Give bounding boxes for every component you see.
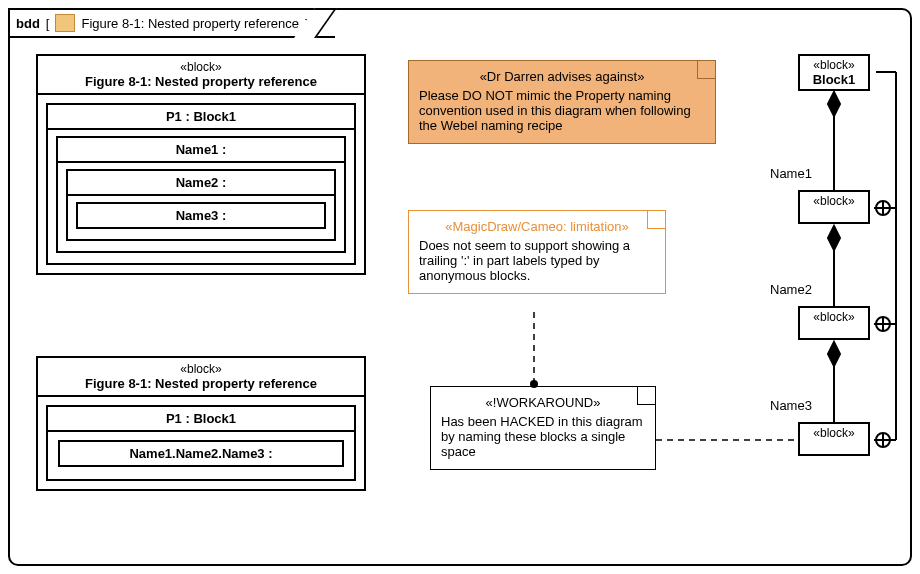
part-p1b-label: P1 : Block1 xyxy=(48,407,354,432)
package-icon xyxy=(55,14,75,32)
stereo: «block» xyxy=(806,58,862,72)
stereo: «block» xyxy=(44,362,358,376)
note-fold-icon xyxy=(637,387,655,405)
part-p1: P1 : Block1 Name1 : Name2 : Name3 : xyxy=(46,103,356,265)
note-workaround: «!WORKAROUND» Has been HACKED in this di… xyxy=(430,386,656,470)
part-path: Name1.Name2.Name3 : xyxy=(58,440,344,467)
note-workaround-body: Has been HACKED in this diagram by namin… xyxy=(441,414,645,459)
svg-point-19 xyxy=(876,433,890,447)
part-name2: Name2 : Name3 : xyxy=(66,169,336,241)
block-anon-3: «block» xyxy=(798,422,870,456)
note-fold-icon xyxy=(647,211,665,229)
stereo: «block» xyxy=(44,60,358,74)
block-block1: «block» Block1 xyxy=(798,54,870,91)
note-advice: «Dr Darren advises against» Please DO NO… xyxy=(408,60,716,144)
block-nested-bottom-header: «block» Figure 8-1: Nested property refe… xyxy=(38,358,364,397)
assoc-label-name1: Name1 xyxy=(770,166,812,181)
block-nested-top-header: «block» Figure 8-1: Nested property refe… xyxy=(38,56,364,95)
note-advice-body: Please DO NOT mimic the Property naming … xyxy=(419,88,705,133)
note-limitation-body: Does not seem to support showing a trail… xyxy=(419,238,655,283)
frame-kind: bdd xyxy=(16,16,40,31)
block-nested-top: «block» Figure 8-1: Nested property refe… xyxy=(36,54,366,275)
stereo: «block» xyxy=(806,194,862,208)
stereo: «block» xyxy=(806,310,862,324)
note-limitation: «MagicDraw/Cameo: limitation» Does not s… xyxy=(408,210,666,294)
svg-point-12 xyxy=(876,317,890,331)
assoc-label-name2: Name2 xyxy=(770,282,812,297)
block-name: Block1 xyxy=(806,72,862,87)
assoc-label-name3: Name3 xyxy=(770,398,812,413)
part-name3-label: Name3 : xyxy=(78,204,324,227)
part-name2-label: Name2 : xyxy=(68,171,334,196)
frame-tab: bdd [ Figure 8-1: Nested property refere… xyxy=(8,8,335,38)
block-nested-bottom: «block» Figure 8-1: Nested property refe… xyxy=(36,356,366,491)
note-fold-icon xyxy=(697,61,715,79)
part-name1-label: Name1 : xyxy=(58,138,344,163)
close-bracket: ] xyxy=(305,16,309,31)
stereo: «block» xyxy=(806,426,862,440)
bdd-frame: bdd [ Figure 8-1: Nested property refere… xyxy=(8,8,912,566)
part-p1b: P1 : Block1 Name1.Name2.Name3 : xyxy=(46,405,356,481)
open-bracket: [ xyxy=(46,16,50,31)
note-workaround-stereo: «!WORKAROUND» xyxy=(441,395,645,410)
svg-marker-9 xyxy=(828,226,840,250)
part-p1-label: P1 : Block1 xyxy=(48,105,354,130)
block-anon-2: «block» xyxy=(798,306,870,340)
part-name1: Name1 : Name2 : Name3 : xyxy=(56,136,346,253)
svg-marker-1 xyxy=(828,92,840,116)
block-name: Figure 8-1: Nested property reference xyxy=(44,74,358,89)
part-path-label: Name1.Name2.Name3 : xyxy=(60,442,342,465)
note-limitation-stereo: «MagicDraw/Cameo: limitation» xyxy=(419,219,655,234)
frame-title: Figure 8-1: Nested property reference xyxy=(81,16,299,31)
svg-point-5 xyxy=(876,201,890,215)
svg-marker-16 xyxy=(828,342,840,366)
note-advice-stereo: «Dr Darren advises against» xyxy=(419,69,705,84)
block-anon-1: «block» xyxy=(798,190,870,224)
block-name: Figure 8-1: Nested property reference xyxy=(44,376,358,391)
part-name3: Name3 : xyxy=(76,202,326,229)
